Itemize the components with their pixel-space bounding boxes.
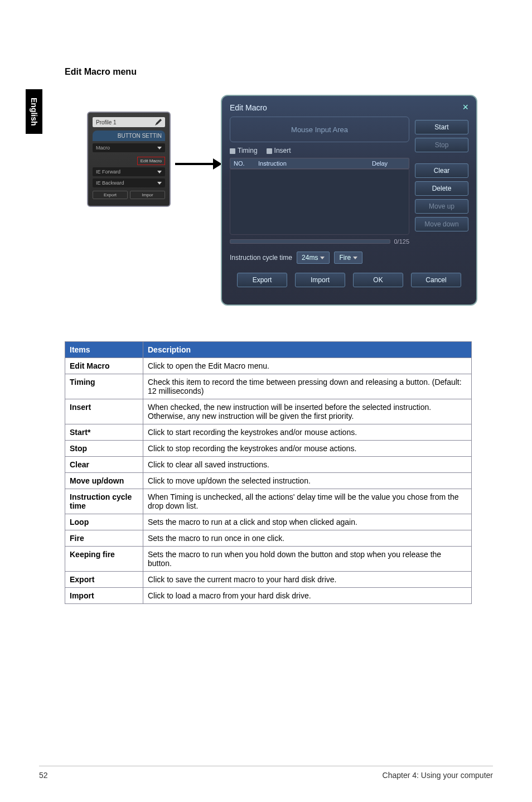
mouse-input-area[interactable]: Mouse Input Area xyxy=(230,117,409,142)
pencil-icon xyxy=(155,119,162,125)
ok-button[interactable]: OK xyxy=(353,273,403,287)
item-desc: Sets the macro to run when you hold down… xyxy=(143,547,472,572)
fire-mode-select[interactable]: Fire xyxy=(334,252,362,264)
instruction-list-header: NO. Instruction Delay xyxy=(230,158,409,169)
col-delay: Delay xyxy=(372,160,405,167)
stop-button[interactable]: Stop xyxy=(415,138,468,152)
edit-macro-subbutton[interactable]: Edit Macro xyxy=(137,157,165,165)
item-desc: Click to move up/down the selected instr… xyxy=(143,473,472,489)
chevron-down-icon xyxy=(353,257,357,259)
col-no: NO. xyxy=(234,160,258,167)
close-icon[interactable]: × xyxy=(462,102,468,113)
figure-edit-macro: Profile 1 BUTTON SETTIN Macro Edit Macro… xyxy=(65,95,472,307)
section-title: Edit Macro menu xyxy=(65,67,137,77)
start-button[interactable]: Start xyxy=(415,120,468,134)
mini-import-button[interactable]: Impor xyxy=(130,191,165,199)
timing-checkbox[interactable]: Timing xyxy=(230,147,258,154)
instruction-count: 0/125 xyxy=(394,238,409,245)
item-label: Export xyxy=(65,572,143,588)
item-desc: Check this item to record the time betwe… xyxy=(143,374,472,399)
language-tab: English xyxy=(26,89,42,134)
move-up-button[interactable]: Move up xyxy=(415,199,468,214)
table-row: StopClick to stop recording the keystrok… xyxy=(65,441,472,457)
cancel-button[interactable]: Cancel xyxy=(411,273,461,287)
edit-macro-dialog: Edit Macro × Mouse Input Area Timing Ins… xyxy=(221,95,477,306)
instruction-list[interactable] xyxy=(230,169,409,235)
chevron-down-icon xyxy=(157,147,162,149)
item-label: Loop xyxy=(65,514,143,530)
item-desc: Click to open the Edit Macro menu. xyxy=(143,358,472,374)
chevron-down-icon xyxy=(157,171,162,173)
mini-export-button[interactable]: Export xyxy=(93,191,128,199)
table-row: TimingCheck this item to record the time… xyxy=(65,374,472,399)
table-row: Start*Click to start recording the keyst… xyxy=(65,424,472,441)
ie-forward-row[interactable]: IE Forward xyxy=(93,167,165,176)
arrow-icon xyxy=(175,163,214,165)
ie-backward-row[interactable]: IE Backward xyxy=(93,178,165,187)
macro-label: Macro xyxy=(96,145,110,151)
ie-forward-label: IE Forward xyxy=(96,169,120,175)
chevron-down-icon xyxy=(157,182,162,185)
import-button[interactable]: Import xyxy=(295,273,345,287)
table-row: Move up/downClick to move up/down the se… xyxy=(65,473,472,489)
table-row: ExportClick to save the current macro to… xyxy=(65,572,472,588)
table-row: Instruction cycle timeWhen Timing is unc… xyxy=(65,489,472,514)
item-label: Fire xyxy=(65,530,143,547)
profile-row[interactable]: Profile 1 xyxy=(93,117,165,127)
page-number: 52 xyxy=(39,771,48,780)
cycle-time-value: 24ms xyxy=(302,254,318,262)
cycle-time-select[interactable]: 24ms xyxy=(297,252,330,264)
item-label: Keeping fire xyxy=(65,547,143,572)
item-label: Stop xyxy=(65,441,143,457)
item-label: Start* xyxy=(65,424,143,441)
table-row: ImportClick to load a macro from your ha… xyxy=(65,588,472,604)
ie-backward-label: IE Backward xyxy=(96,180,124,186)
table-row: Edit MacroClick to open the Edit Macro m… xyxy=(65,358,472,374)
item-desc: Sets the macro to run at a click and sto… xyxy=(143,514,472,530)
table-head-description: Description xyxy=(143,342,472,358)
table-row: FireSets the macro to run once in one cl… xyxy=(65,530,472,547)
item-label: Move up/down xyxy=(65,473,143,489)
col-instruction: Instruction xyxy=(258,160,372,167)
mini-panel: Profile 1 BUTTON SETTIN Macro Edit Macro… xyxy=(87,112,171,207)
item-desc: When checked, the new instruction will b… xyxy=(143,399,472,424)
item-label: Import xyxy=(65,588,143,604)
table-head-items: Items xyxy=(65,342,143,358)
profile-label: Profile 1 xyxy=(96,119,117,125)
item-desc: Click to load a macro from your hard dis… xyxy=(143,588,472,604)
cycle-time-label: Instruction cycle time xyxy=(230,254,292,262)
item-desc: Click to stop recording the keystrokes a… xyxy=(143,441,472,457)
chevron-down-icon xyxy=(320,257,325,259)
item-label: Clear xyxy=(65,457,143,473)
item-desc: When Timing is unchecked, all the action… xyxy=(143,489,472,514)
items-description-table: Items Description Edit MacroClick to ope… xyxy=(65,341,472,604)
item-desc: Click to start recording the keystrokes … xyxy=(143,424,472,441)
clear-button[interactable]: Clear xyxy=(415,163,468,178)
macro-row[interactable]: Macro xyxy=(93,143,165,152)
item-desc: Click to save the current macro to your … xyxy=(143,572,472,588)
item-desc: Sets the macro to run once in one click. xyxy=(143,530,472,547)
item-label: Timing xyxy=(65,374,143,399)
chapter-label: Chapter 4: Using your computer xyxy=(383,771,493,780)
item-desc: Click to clear all saved instructions. xyxy=(143,457,472,473)
item-label: Edit Macro xyxy=(65,358,143,374)
export-button[interactable]: Export xyxy=(237,273,287,287)
button-settings-header: BUTTON SETTIN xyxy=(93,131,165,141)
dialog-title: Edit Macro xyxy=(230,103,267,112)
footer-divider xyxy=(39,766,493,766)
move-down-button[interactable]: Move down xyxy=(415,217,468,231)
instruction-progress xyxy=(230,239,390,244)
insert-checkbox[interactable]: Insert xyxy=(267,147,291,154)
delete-button[interactable]: Delete xyxy=(415,181,468,196)
table-row: ClearClick to clear all saved instructio… xyxy=(65,457,472,473)
table-row: LoopSets the macro to run at a click and… xyxy=(65,514,472,530)
item-label: Insert xyxy=(65,399,143,424)
table-row: InsertWhen checked, the new instruction … xyxy=(65,399,472,424)
item-label: Instruction cycle time xyxy=(65,489,143,514)
table-row: Keeping fireSets the macro to run when y… xyxy=(65,547,472,572)
fire-mode-value: Fire xyxy=(339,254,351,262)
